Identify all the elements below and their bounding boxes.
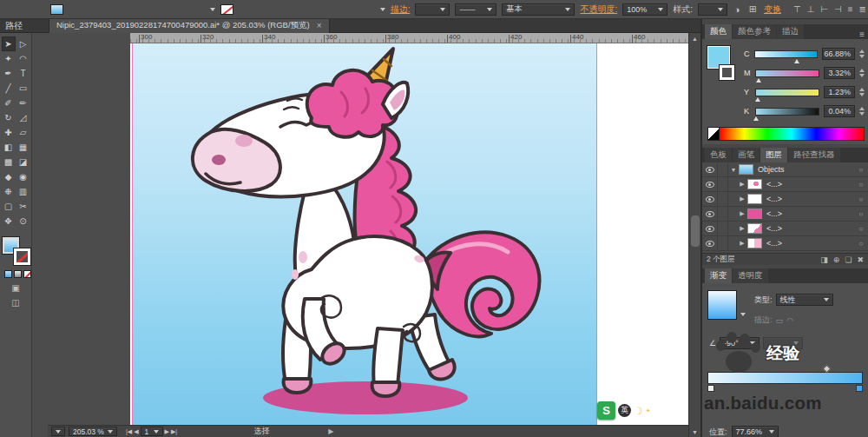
- tab-stroke[interactable]: 描边: [777, 24, 804, 39]
- visibility-eye-icon[interactable]: [706, 226, 714, 232]
- black-slider[interactable]: [755, 108, 820, 116]
- document-setup-icon[interactable]: ⊞: [747, 3, 759, 15]
- expand-arrow-icon[interactable]: ▶: [737, 181, 747, 188]
- pen-tool[interactable]: ✒: [2, 66, 16, 81]
- zoom-level-select[interactable]: 205.03 %: [69, 427, 117, 436]
- shape-mode-icon[interactable]: ◑: [733, 4, 742, 15]
- gradient-stop-end[interactable]: [856, 385, 863, 392]
- target-icon[interactable]: ○: [854, 181, 868, 189]
- visibility-eye-icon[interactable]: [706, 211, 714, 217]
- artboard-number-select[interactable]: 1: [141, 427, 163, 436]
- status-expand-icon[interactable]: ▶: [328, 427, 333, 435]
- lock-cell[interactable]: [718, 222, 728, 235]
- layer-thumbnail[interactable]: [747, 179, 762, 189]
- make-mask-icon[interactable]: ◨: [820, 255, 828, 264]
- layer-row[interactable]: ▶ <...> ○: [702, 222, 868, 236]
- ime-indicator[interactable]: S 英 ☽ ✦: [597, 401, 651, 420]
- visibility-eye-icon[interactable]: [706, 167, 714, 173]
- stepper[interactable]: [859, 88, 865, 96]
- hand-tool[interactable]: ✥: [2, 214, 16, 228]
- layer-name[interactable]: <...>: [766, 224, 854, 233]
- screen-mode-icon[interactable]: ◫: [11, 298, 19, 308]
- blend-tool[interactable]: ◉: [16, 169, 30, 184]
- layer-name[interactable]: Objects: [758, 165, 854, 174]
- slice-tool[interactable]: ✂: [16, 199, 30, 214]
- type-tool[interactable]: T: [16, 66, 30, 81]
- chevron-down-icon[interactable]: [740, 313, 746, 316]
- artboard[interactable]: [132, 43, 597, 425]
- tab-brushes[interactable]: 画笔: [733, 148, 760, 162]
- panel-stroke-swatch[interactable]: [720, 65, 734, 80]
- delete-layer-icon[interactable]: ✖: [857, 255, 864, 264]
- rotate-tool[interactable]: ↻: [2, 110, 16, 125]
- lasso-tool[interactable]: ◠: [16, 51, 30, 66]
- last-artboard-button[interactable]: ▶|: [171, 428, 177, 435]
- stroke-panel-link[interactable]: 描边:: [391, 3, 411, 16]
- slider-thumb[interactable]: [756, 78, 761, 83]
- tab-transparency[interactable]: 透明度: [733, 268, 768, 283]
- expand-arrow-icon[interactable]: ▶: [737, 240, 747, 247]
- vertical-scrollbar[interactable]: ▲ ▼: [688, 33, 700, 437]
- lock-cell[interactable]: [718, 236, 728, 250]
- magenta-slider[interactable]: [755, 70, 820, 77]
- magenta-value-field[interactable]: 3.32%: [824, 67, 855, 79]
- draw-mode-icon[interactable]: ▣: [11, 283, 19, 293]
- slider-thumb[interactable]: [753, 116, 759, 121]
- pencil-tool[interactable]: ✏: [16, 96, 30, 110]
- stroke-weight-select[interactable]: [415, 3, 450, 16]
- layer-name[interactable]: <...>: [766, 209, 854, 218]
- target-icon[interactable]: ○: [854, 225, 868, 233]
- graphic-style-select[interactable]: [698, 3, 727, 16]
- none-button[interactable]: [23, 270, 31, 278]
- paintbrush-tool[interactable]: ✐: [2, 96, 16, 110]
- target-icon[interactable]: ○: [854, 195, 868, 203]
- fill-dropdown-icon[interactable]: [210, 8, 215, 11]
- new-sublayer-icon[interactable]: ⊕: [833, 255, 840, 264]
- magic-wand-tool[interactable]: ✦: [2, 51, 16, 66]
- align-vertical-icon[interactable]: ⊣: [832, 4, 844, 14]
- layer-thumbnail[interactable]: [747, 209, 762, 219]
- zoom-tool[interactable]: ⊙: [16, 214, 30, 228]
- target-icon[interactable]: ○: [854, 166, 868, 174]
- expand-arrow-icon[interactable]: ▶: [737, 225, 747, 232]
- expand-arrow-icon[interactable]: ▶: [737, 195, 747, 202]
- layer-name[interactable]: <...>: [766, 239, 854, 248]
- stroke-indicator[interactable]: [14, 248, 30, 265]
- position-value-select[interactable]: 77.66%: [732, 426, 779, 437]
- selection-tool[interactable]: ➤: [2, 36, 16, 51]
- gradient-tool[interactable]: ◪: [16, 155, 30, 169]
- layer-row[interactable]: ▼ Objects ○: [702, 162, 868, 177]
- mesh-tool[interactable]: ▩: [2, 155, 16, 169]
- visibility-eye-icon[interactable]: [706, 182, 714, 188]
- tab-swatches[interactable]: 色板: [705, 148, 732, 162]
- symbol-sprayer-tool[interactable]: ❉: [2, 184, 16, 199]
- lock-cell[interactable]: [718, 192, 728, 206]
- stroke-color-swatch[interactable]: [220, 4, 233, 15]
- previous-artboard-button[interactable]: ◀: [134, 428, 138, 435]
- stepper[interactable]: [859, 50, 865, 58]
- gradient-button[interactable]: [14, 270, 22, 278]
- width-tool[interactable]: ✚: [2, 125, 16, 140]
- tab-pathfinder[interactable]: 路径查找器: [788, 148, 840, 162]
- distribute-vertical-icon[interactable]: ≣: [858, 4, 868, 14]
- tab-color[interactable]: 颜色: [705, 24, 732, 39]
- stroke-gradient-icon[interactable]: ▭: [776, 316, 784, 325]
- artboard-tool[interactable]: ▢: [2, 199, 16, 214]
- first-artboard-button[interactable]: |◀: [126, 428, 132, 435]
- panel-menu-icon[interactable]: ≡: [859, 30, 865, 39]
- layer-name[interactable]: <...>: [766, 195, 854, 203]
- layer-thumbnail[interactable]: [747, 223, 762, 234]
- cyan-value-field[interactable]: 66.88%: [822, 48, 855, 60]
- opacity-select[interactable]: 100%: [622, 3, 667, 16]
- scroll-down-icon[interactable]: ▼: [689, 427, 700, 437]
- cyan-slider[interactable]: [754, 50, 818, 58]
- layer-row[interactable]: ▶ <...> ○: [702, 192, 868, 207]
- lock-cell[interactable]: [718, 162, 728, 176]
- next-artboard-button[interactable]: ▶: [165, 428, 169, 435]
- layer-row[interactable]: ▶ <...> ○: [702, 207, 868, 222]
- ime-language-badge[interactable]: 英: [618, 404, 631, 417]
- black-white-swatch[interactable]: [707, 127, 720, 141]
- align-bottom-icon[interactable]: ⊥: [806, 4, 817, 14]
- width-profile-select[interactable]: ——: [455, 3, 496, 16]
- canvas-viewport[interactable]: S 英 ☽ ✦: [130, 43, 688, 425]
